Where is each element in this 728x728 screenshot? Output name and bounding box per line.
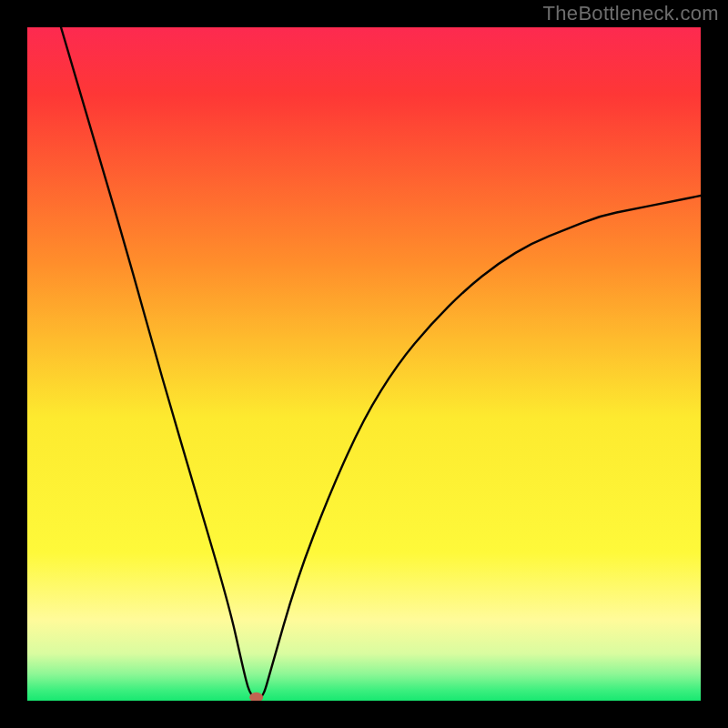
chart-svg <box>27 27 701 701</box>
watermark-text: TheBottleneck.com <box>543 2 719 25</box>
chart-frame: TheBottleneck.com <box>0 0 728 728</box>
gradient-background <box>27 27 701 701</box>
plot-area <box>27 27 701 701</box>
